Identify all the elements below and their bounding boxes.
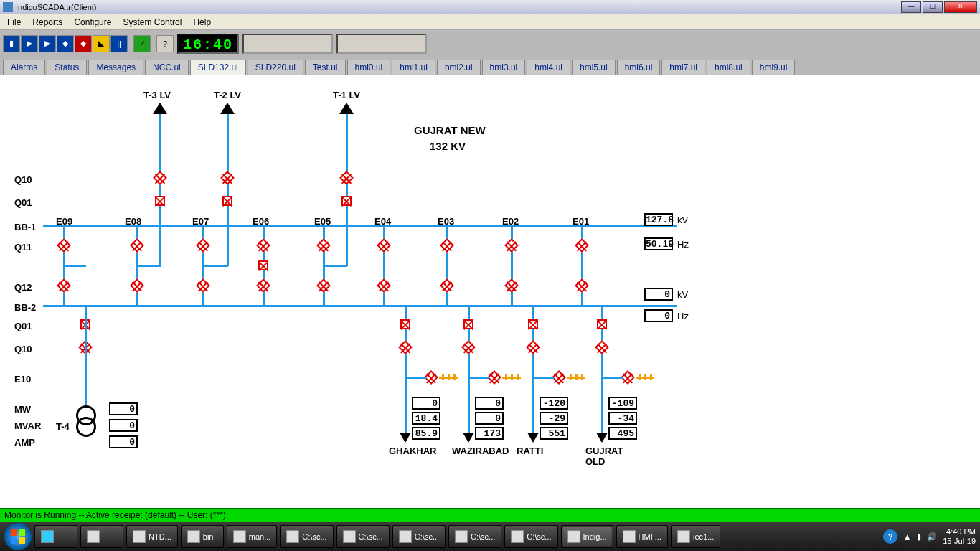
menu-reports[interactable]: Reports	[28, 16, 67, 29]
breaker-e06[interactable]	[258, 260, 268, 270]
taskbar-item-3[interactable]: C:\sc...	[280, 525, 333, 548]
switch-q12-bay2[interactable]	[196, 278, 210, 293]
taskbar-item-2[interactable]: man...	[227, 525, 278, 548]
switch-q11-bay6[interactable]	[440, 238, 454, 253]
tab-Test-ui[interactable]: Test.ui	[305, 60, 346, 75]
tab-SLD132-ui[interactable]: SLD132.ui	[190, 60, 246, 75]
menu-help[interactable]: Help	[189, 16, 215, 29]
tab-Status[interactable]: Status	[47, 60, 87, 75]
help-tray-icon[interactable]: ?	[883, 529, 897, 544]
label-e08: E08	[125, 216, 141, 227]
isolator-ghakhar[interactable]	[398, 340, 413, 354]
minimize-button[interactable]	[901, 1, 921, 13]
tab-hmi1-ui[interactable]: hmi1.ui	[392, 60, 435, 75]
toolbar-combo-2[interactable]	[336, 34, 427, 54]
tab-Messages[interactable]: Messages	[88, 60, 143, 75]
taskbar-item-0[interactable]: NTD...	[126, 525, 178, 548]
switch-q12-bay6[interactable]	[440, 278, 454, 293]
switch-q11-bay7[interactable]	[504, 238, 519, 253]
breaker-wazirabad[interactable]	[463, 319, 473, 329]
tool-button-3[interactable]: ▶	[39, 35, 56, 52]
breaker-gujratold[interactable]	[597, 319, 607, 329]
switch-q11-bay4[interactable]	[316, 238, 331, 253]
label-t2lv: T-2 LV	[214, 90, 241, 100]
tool-button-6[interactable]: ◣	[93, 35, 110, 52]
menu-configure[interactable]: Configure	[70, 16, 116, 29]
tab-hmi7-ui[interactable]: hmi7.ui	[661, 60, 705, 75]
switch-e05-q10[interactable]	[339, 171, 354, 185]
close-button[interactable]	[944, 1, 977, 13]
breaker-e07-q01[interactable]	[222, 196, 232, 206]
tab-hmi9-ui[interactable]: hmi9.ui	[752, 60, 796, 75]
switch-q12-bay3[interactable]	[256, 278, 270, 293]
taskbar-item-8[interactable]: Indig...	[561, 525, 613, 548]
switch-e07-q10[interactable]	[220, 171, 235, 185]
switch-q11-bay0[interactable]	[57, 238, 71, 253]
tab-hmi2-ui[interactable]: hmi2.ui	[437, 60, 481, 75]
earth-switch-wazirabad[interactable]	[487, 370, 501, 385]
earth-switch-ghakhar[interactable]	[424, 370, 438, 385]
tool-button-5[interactable]: ◆	[75, 35, 92, 52]
switch-q12-bay7[interactable]	[504, 278, 519, 293]
maximize-button[interactable]	[923, 1, 943, 13]
taskbar-item-5[interactable]: C:\sc...	[392, 525, 446, 548]
tab-NCC-ui[interactable]: NCC.ui	[145, 60, 189, 75]
meter-gujratold-mvar: -34	[608, 412, 637, 425]
tab-SLD220-ui[interactable]: SLD220.ui	[248, 60, 303, 75]
switch-q12-bay4[interactable]	[316, 278, 331, 293]
earth-switch-ratti[interactable]	[552, 370, 566, 385]
tray-volume-icon[interactable]: 🔊	[927, 532, 937, 542]
breaker-ghakhar[interactable]	[400, 319, 410, 329]
tab-hmi3-ui[interactable]: hmi3.ui	[482, 60, 526, 75]
isolator-gujratold[interactable]	[595, 340, 609, 354]
tool-button-2[interactable]: ▶	[21, 35, 38, 52]
tab-Alarms[interactable]: Alarms	[3, 60, 45, 75]
switch-e08-q10[interactable]	[153, 171, 167, 185]
breaker-e05-q01[interactable]	[341, 196, 352, 206]
switch-q12-bay0[interactable]	[57, 278, 71, 293]
tool-button-4[interactable]: ◆	[57, 35, 74, 52]
taskbar-item-10[interactable]: iec1...	[671, 525, 720, 548]
isolator-wazirabad[interactable]	[461, 340, 476, 354]
task-calc[interactable]	[80, 525, 123, 548]
tab-hmi0-ui[interactable]: hmi0.ui	[347, 60, 391, 75]
taskbar-item-7[interactable]: C:\sc...	[504, 525, 557, 548]
switch-q12-bay5[interactable]	[377, 278, 391, 293]
switch-q12-bay1[interactable]	[130, 278, 144, 293]
switch-q12-bay8[interactable]	[575, 278, 589, 293]
taskbar-item-9[interactable]: HMI ...	[616, 525, 668, 548]
busbar-2	[43, 305, 677, 307]
menu-file[interactable]: File	[3, 16, 25, 29]
switch-q11-bay5[interactable]	[377, 238, 391, 253]
tool-button-ack[interactable]: ✓	[133, 35, 151, 52]
switch-q11-bay2[interactable]	[196, 238, 210, 253]
task-ie[interactable]	[34, 525, 77, 548]
switch-q11-bay8[interactable]	[575, 238, 589, 253]
switch-q11-bay1[interactable]	[130, 238, 144, 253]
breaker-ratti[interactable]	[528, 319, 538, 329]
taskbar-item-6[interactable]: C:\sc...	[448, 525, 501, 548]
tab-hmi8-ui[interactable]: hmi8.ui	[707, 60, 750, 75]
earth-switch-gujratold[interactable]	[621, 370, 635, 385]
tool-button-help[interactable]: ?	[156, 35, 174, 52]
menu-system-control[interactable]: System Control	[118, 16, 186, 29]
taskbar-item-1[interactable]: bin	[181, 525, 224, 548]
switch-q11-bay3[interactable]	[256, 238, 270, 253]
meter-t4-mvar: 0	[109, 419, 138, 432]
label-q10: Q10	[14, 174, 32, 185]
breaker-e08-q01[interactable]	[155, 196, 165, 206]
isolator-ratti[interactable]	[526, 340, 540, 354]
meter-ratti-amp: 551	[540, 427, 568, 440]
tool-button-1[interactable]: ▮	[3, 35, 20, 52]
tray-up-icon[interactable]: ▲	[903, 532, 911, 541]
start-button[interactable]	[4, 523, 32, 550]
tab-hmi5-ui[interactable]: hmi5.ui	[572, 60, 616, 75]
taskbar-item-4[interactable]: C:\sc...	[336, 525, 390, 548]
toolbar-combo-1[interactable]	[242, 34, 333, 54]
unit-bb2-hz: Hz	[677, 311, 689, 321]
tab-hmi6-ui[interactable]: hmi6.ui	[617, 60, 661, 75]
tray-flag-icon[interactable]: ▮	[917, 532, 921, 542]
tab-hmi4-ui[interactable]: hmi4.ui	[527, 60, 570, 75]
tray-clock[interactable]: 4:40 PM15-Jul-19	[943, 527, 976, 546]
tool-button-7[interactable]: ||	[110, 35, 128, 52]
